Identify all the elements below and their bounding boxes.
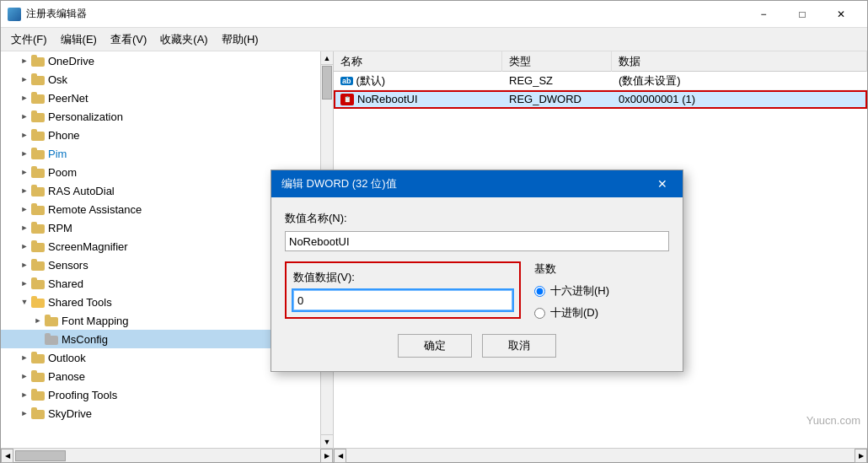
menu-help[interactable]: 帮助(H) <box>215 30 265 49</box>
h-scroll-left[interactable]: ◀ <box>1 449 13 463</box>
dialog-close-button[interactable]: ✕ <box>652 174 672 194</box>
cancel-button[interactable]: 取消 <box>482 334 556 358</box>
base-label: 基数 <box>534 261 669 277</box>
main-window: 注册表编辑器 − □ ✕ 文件(F) 编辑(E) 查看(V) 收藏夹(A) 帮助… <box>0 0 868 463</box>
radio-hex-label: 十六进制(H) <box>550 283 609 299</box>
dialog-title: 编辑 DWORD (32 位)值 <box>281 176 397 191</box>
menu-view[interactable]: 查看(V) <box>104 30 153 49</box>
h-scroll-left[interactable]: ◀ <box>334 449 346 463</box>
minimize-button[interactable]: − <box>744 1 783 28</box>
h-scroll-thumb[interactable] <box>15 450 66 461</box>
h-scroll-track <box>13 450 320 461</box>
value-data-box: 数值数据(V): <box>285 261 521 319</box>
h-scroll-right[interactable]: ▶ <box>320 449 333 463</box>
base-section: 基数 十六进制(H) 十进制(D) <box>534 261 669 320</box>
field-name-input[interactable] <box>285 231 669 251</box>
radio-hex[interactable]: 十六进制(H) <box>534 283 669 299</box>
radio-hex-input[interactable] <box>534 286 545 297</box>
menu-edit[interactable]: 编辑(E) <box>54 30 104 49</box>
field-name-label: 数值名称(N): <box>285 211 669 226</box>
menu-file[interactable]: 文件(F) <box>4 30 54 49</box>
maximize-button[interactable]: □ <box>783 1 822 28</box>
radio-dec-label: 十进制(D) <box>550 305 598 320</box>
menu-favorites[interactable]: 收藏夹(A) <box>153 30 214 49</box>
menu-bar: 文件(F) 编辑(E) 查看(V) 收藏夹(A) 帮助(H) <box>1 28 867 51</box>
dialog-row: 数值数据(V): 基数 十六进制(H) <box>285 261 669 320</box>
tree-h-scroll[interactable]: ◀ ▶ <box>1 449 334 462</box>
dialog-overlay: 编辑 DWORD (32 位)值 ✕ 数值名称(N): 数值数据(V): <box>1 51 867 448</box>
title-bar: 注册表编辑器 − □ ✕ <box>1 1 867 28</box>
close-button[interactable]: ✕ <box>822 1 860 28</box>
h-scroll-right[interactable]: ▶ <box>855 449 867 463</box>
value-data-input[interactable] <box>293 290 512 310</box>
dialog-title-bar: 编辑 DWORD (32 位)值 ✕ <box>271 170 683 197</box>
main-content: ► OneDrive ► Osk ► PeerNet ► Personaliza… <box>1 51 867 448</box>
window-title: 注册表编辑器 <box>26 7 744 21</box>
h-scroll-track <box>346 450 855 461</box>
dialog-body: 数值名称(N): 数值数据(V): 基数 <box>271 197 683 371</box>
bottom-scrollbar-area: ◀ ▶ ◀ ▶ <box>1 448 867 462</box>
value-data-label: 数值数据(V): <box>293 270 512 285</box>
ok-button[interactable]: 确定 <box>398 334 472 358</box>
app-icon <box>8 8 21 21</box>
radio-dec-input[interactable] <box>534 308 545 319</box>
reg-h-scroll[interactable]: ◀ ▶ <box>334 449 867 462</box>
dialog-buttons: 确定 取消 <box>285 334 669 358</box>
radio-group: 十六进制(H) 十进制(D) <box>534 283 669 320</box>
window-controls: − □ ✕ <box>744 1 860 28</box>
edit-dword-dialog: 编辑 DWORD (32 位)值 ✕ 数值名称(N): 数值数据(V): <box>271 170 683 372</box>
radio-dec[interactable]: 十进制(D) <box>534 305 669 320</box>
value-data-section: 数值数据(V): <box>285 261 521 319</box>
